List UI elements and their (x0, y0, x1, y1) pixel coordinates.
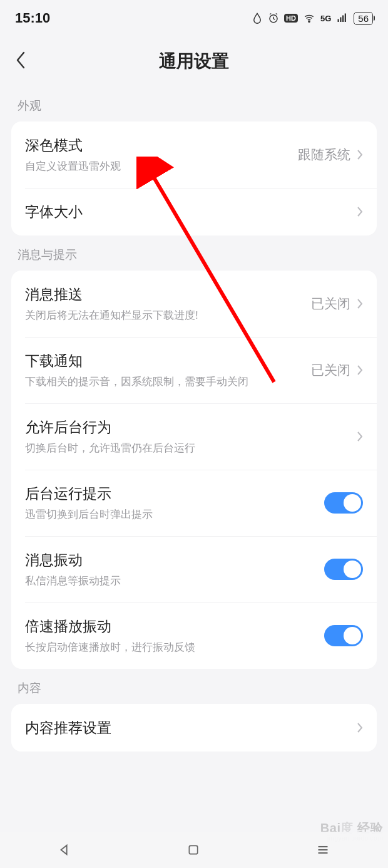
svg-rect-5 (345, 14, 346, 23)
row-vibrate-message: 消息振动 私信消息等振动提示 (11, 536, 377, 602)
row-title: 字体大小 (25, 202, 357, 222)
row-font-size[interactable]: 字体大小 (11, 188, 377, 235)
row-subtitle: 下载相关的提示音，因系统限制，需要手动关闭 (25, 375, 311, 390)
signal-icon (336, 13, 349, 24)
row-title: 消息振动 (25, 550, 324, 570)
row-subtitle: 迅雷切换到后台时弹出提示 (25, 507, 324, 522)
row-background-behavior[interactable]: 允许后台行为 切换后台时，允许迅雷仍在后台运行 (11, 403, 377, 470)
svg-rect-4 (342, 16, 344, 23)
row-title: 下载通知 (25, 351, 311, 371)
card-notifications: 消息推送 关闭后将无法在通知栏显示下载进度! 已关闭 下载通知 下载相关的提示音… (11, 271, 377, 669)
page-title: 通用设置 (0, 49, 388, 73)
alarm-icon (268, 13, 279, 24)
row-value: 跟随系统 (298, 146, 350, 163)
status-icons: HD 5G 56 (252, 12, 373, 25)
row-subtitle: 自定义设置迅雷外观 (25, 159, 298, 174)
row-dark-mode[interactable]: 深色模式 自定义设置迅雷外观 跟随系统 (11, 121, 377, 188)
chevron-right-icon (357, 722, 363, 733)
nav-home-icon[interactable] (187, 844, 200, 856)
row-download-notify[interactable]: 下载通知 下载相关的提示音，因系统限制，需要手动关闭 已关闭 (11, 337, 377, 403)
section-header-appearance: 外观 (11, 86, 377, 121)
row-vibrate-speed: 倍速播放振动 长按启动倍速播放时，进行振动反馈 (11, 602, 377, 669)
row-title: 后台运行提示 (25, 483, 324, 504)
toggle-vibrate-message[interactable] (324, 559, 363, 580)
section-header-content: 内容 (11, 669, 377, 704)
toggle-background-prompt[interactable] (324, 492, 363, 514)
row-title: 消息推送 (25, 284, 311, 304)
svg-point-1 (309, 21, 310, 22)
row-value: 已关闭 (311, 361, 350, 379)
svg-rect-7 (189, 845, 197, 854)
row-value: 已关闭 (311, 295, 350, 313)
nav-back-icon[interactable] (58, 843, 71, 857)
chevron-right-icon (357, 206, 363, 217)
chevron-right-icon (357, 149, 363, 160)
back-button[interactable] (15, 51, 26, 72)
system-nav-bar (0, 832, 388, 868)
svg-rect-3 (340, 18, 342, 23)
chevron-right-icon (357, 298, 363, 309)
row-subtitle: 关闭后将无法在通知栏显示下载进度! (25, 308, 311, 323)
hd-icon: HD (284, 14, 298, 23)
row-subtitle: 切换后台时，允许迅雷仍在后台运行 (25, 441, 357, 456)
section-header-notifications: 消息与提示 (11, 235, 377, 271)
status-time: 15:10 (15, 10, 50, 26)
card-appearance: 深色模式 自定义设置迅雷外观 跟随系统 字体大小 (11, 121, 377, 235)
svg-rect-2 (338, 19, 339, 23)
status-bar: 15:10 HD 5G 56 (0, 0, 388, 36)
row-title: 深色模式 (25, 135, 298, 155)
toggle-vibrate-speed[interactable] (324, 625, 363, 646)
row-subtitle: 私信消息等振动提示 (25, 574, 324, 589)
nav-recent-icon[interactable] (315, 844, 330, 856)
row-background-prompt: 后台运行提示 迅雷切换到后台时弹出提示 (11, 470, 377, 536)
row-push[interactable]: 消息推送 关闭后将无法在通知栏显示下载进度! 已关闭 (11, 271, 377, 337)
wifi-icon (303, 13, 315, 24)
row-title: 内容推荐设置 (25, 718, 357, 738)
row-title: 倍速播放振动 (25, 616, 324, 636)
water-drop-icon (252, 13, 263, 24)
chevron-right-icon (357, 364, 363, 376)
battery-indicator: 56 (354, 12, 373, 25)
row-title: 允许后台行为 (25, 417, 357, 437)
network-label: 5G (320, 14, 331, 23)
chevron-right-icon (357, 431, 363, 442)
row-subtitle: 长按启动倍速播放时，进行振动反馈 (25, 640, 324, 655)
row-content-recommend[interactable]: 内容推荐设置 (11, 704, 377, 752)
card-content: 内容推荐设置 (11, 704, 377, 752)
title-bar: 通用设置 (0, 36, 388, 86)
